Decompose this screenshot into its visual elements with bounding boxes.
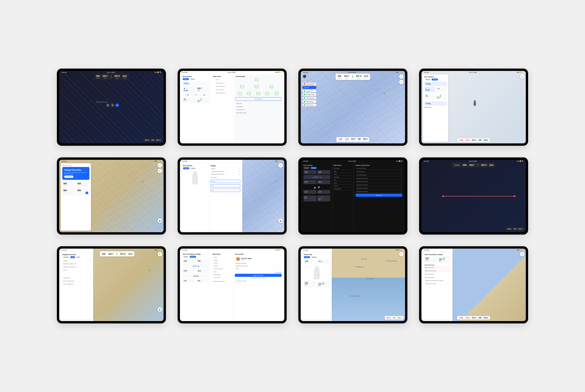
fab-ship[interactable]: ⛴ xyxy=(158,308,162,312)
btn-get-started[interactable]: Get Started xyxy=(64,176,73,178)
menu-prefs[interactable]: ▫Chart Preferences xyxy=(213,85,232,88)
opt-6[interactable]: Additional Fuel Option▾ xyxy=(356,184,402,186)
fab-layers[interactable]: ≡ xyxy=(520,74,524,79)
fav-ukc-p[interactable]: Under-keel clearance (%) xyxy=(62,266,91,268)
pill-item-2[interactable]: Anchorage Zone xyxy=(302,93,316,96)
row-password[interactable]: Password And security› xyxy=(235,265,282,267)
fav-course[interactable]: Course xyxy=(62,269,91,272)
fab-zoom[interactable]: + xyxy=(399,80,404,84)
fab-layers[interactable]: ≡ xyxy=(520,252,524,256)
row-legal[interactable]: Legal› xyxy=(235,267,282,270)
fav-route-mode[interactable]: Route Loading Mode xyxy=(62,280,91,282)
harbor-chart[interactable] xyxy=(93,248,164,321)
compass-icon[interactable]: ↗ xyxy=(303,75,306,78)
row-wifi[interactable]: WiFi Signal Quality› xyxy=(236,112,282,114)
fav-tidal[interactable]: Tidal Window▾ xyxy=(62,276,91,279)
menu-charts[interactable]: ▫Charts xyxy=(213,78,232,82)
fab-plus[interactable]: + xyxy=(158,163,162,168)
menu-r1[interactable]: ▫ Charts xyxy=(213,256,232,259)
input-draft[interactable] xyxy=(210,189,240,192)
menu-subs[interactable]: ▫Data Subscriptions xyxy=(213,92,232,95)
link-loadmaster[interactable]: Loadmaster Information xyxy=(213,281,232,282)
fab-layers[interactable]: ≡ xyxy=(399,252,404,256)
pill-item-5[interactable]: Restricted Area xyxy=(302,104,316,106)
pill-ownship[interactable]: Own Ship xyxy=(302,86,316,89)
nautical-chart[interactable] xyxy=(301,71,405,144)
menu-privacy[interactable]: Privacy xyxy=(334,184,352,188)
row-checkout[interactable]: Add Check Out› xyxy=(236,108,282,111)
pref-3[interactable]: ▮ Port Approach xyxy=(425,273,451,276)
tab-settings[interactable]: Settings xyxy=(190,256,196,258)
port-chart[interactable] xyxy=(332,248,405,321)
pill-alert[interactable]: Route Overview xyxy=(302,82,316,85)
opt-gyro[interactable]: ● Gyro (HDT/THS)▾ xyxy=(356,167,402,170)
fab-ship[interactable]: ⛴ xyxy=(158,218,162,223)
menu-r7[interactable]: ▫ Subscriptions xyxy=(213,273,232,276)
opt-5[interactable]: Additional Fuel Option▾ xyxy=(356,180,402,183)
map-dark[interactable] xyxy=(59,71,164,144)
menu-dpi[interactable]: ▫DPI Correction xyxy=(213,88,232,92)
link-info[interactable]: ⓘ Loading information xyxy=(235,280,282,282)
opt-7[interactable]: Additional Fuel Option▾ xyxy=(356,187,402,190)
link-add-voyage[interactable]: Add Voyage xyxy=(210,177,240,178)
opt-gps[interactable]: ● GPS Heypoint▾ xyxy=(356,170,402,173)
btn-edit-layout[interactable]: Edit Layout xyxy=(356,194,402,197)
field-ukc-t[interactable]: Under-keel clearance (T)▾ xyxy=(210,170,240,173)
chart[interactable] xyxy=(242,160,284,232)
tool-pencil[interactable]: ✎ xyxy=(115,104,119,107)
menu-r6[interactable]: ▫ Data xyxy=(213,270,232,273)
tool-ruler[interactable]: 📏 xyxy=(106,104,110,107)
menu-r4[interactable]: ▫ Settings xyxy=(213,264,232,268)
fab-ship[interactable]: ⛴ xyxy=(278,218,283,223)
menu-r3[interactable]: ▫ Targets xyxy=(213,262,232,264)
route-line[interactable] xyxy=(442,196,515,196)
tab-targets[interactable]: Targets xyxy=(183,78,189,80)
pref-2[interactable]: ▮ Shallow Water Alert xyxy=(425,270,451,272)
pref-1[interactable]: ▮ Le Havre Strait xyxy=(425,266,451,269)
menu-subs[interactable]: Subscriptions xyxy=(334,188,352,190)
btn-update[interactable]: Update Information xyxy=(235,274,282,277)
menu-r8[interactable]: ▫ User profile xyxy=(213,276,232,279)
fab-layers[interactable]: ≡ xyxy=(158,252,162,256)
input-length[interactable] xyxy=(210,180,240,183)
fav-ukc-t[interactable]: Under-keel clearance (T) xyxy=(62,263,91,265)
tab-settings[interactable]: Settings xyxy=(310,167,317,169)
link-crew-mgr[interactable]: Crew Manager xyxy=(235,272,282,273)
tab-targets[interactable]: Targets xyxy=(183,167,189,169)
menu-r2[interactable]: ▫ Voyage xyxy=(213,259,232,262)
pill-item-3[interactable]: Traffic Separation xyxy=(302,97,316,99)
menu-alerts[interactable]: Alerts xyxy=(334,182,352,184)
menu-ppu[interactable]: PPU Data xyxy=(334,167,352,170)
fav-voyages[interactable]: Voyages▾ xyxy=(62,259,91,262)
coastal-chart[interactable] xyxy=(453,248,526,321)
fab-menu[interactable]: ≡ xyxy=(158,169,162,173)
fav-chart-mode[interactable]: Chart Loading Mode xyxy=(62,283,91,286)
pill-item-4[interactable]: Pilot Boarding xyxy=(302,100,316,103)
menu-rec[interactable]: Recording xyxy=(334,176,352,179)
tab-display[interactable]: Display xyxy=(183,256,189,258)
user-row[interactable]: Theo de JagerCaptain xyxy=(235,256,282,262)
fab-layers[interactable]: ≡ xyxy=(399,74,404,79)
tool-crosshair[interactable]: ⊕ xyxy=(111,104,114,107)
pref-5[interactable]: Background transparency changes xyxy=(425,280,451,282)
opt-ap[interactable]: ● Autopilot Interface▾ xyxy=(356,174,402,176)
menu-track[interactable]: Track xyxy=(334,173,352,176)
menu-r5[interactable]: ▫ Chart Preferences xyxy=(213,268,232,270)
menu-data[interactable]: Data xyxy=(334,170,352,173)
field-ukc-p[interactable]: Under-keel clearance (%)▾ xyxy=(210,173,240,176)
input-beam[interactable] xyxy=(210,184,240,188)
row-ppu[interactable]: PPU Data› xyxy=(236,102,282,105)
menu-eta[interactable]: ETA xyxy=(334,179,352,182)
opt-4[interactable]: Additional Fuel Option▾ xyxy=(356,177,402,180)
tab-settings[interactable]: Settings xyxy=(432,78,438,80)
pref-6[interactable]: Remove this overlay xyxy=(425,282,451,285)
tab-display[interactable]: Display xyxy=(303,167,310,169)
tab-display[interactable]: Display xyxy=(425,78,431,80)
pref-4[interactable]: ▮ Channel Marker xyxy=(425,276,451,279)
tab-course[interactable]: Course xyxy=(190,78,196,80)
row-personal[interactable]: Personal Information› xyxy=(235,262,282,265)
row-conn[interactable]: Connections› xyxy=(236,106,282,108)
menu-hazards[interactable]: ▫Chart Hazards xyxy=(213,82,232,85)
pill-item-1[interactable]: Le Havre Port xyxy=(302,90,316,92)
field-draught[interactable]: Draught▾ xyxy=(210,167,240,170)
